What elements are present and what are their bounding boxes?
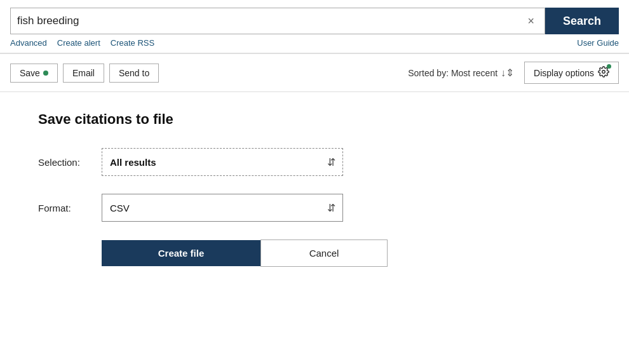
toolbar-right: Sorted by: Most recent ↓⇕ Display option… — [408, 62, 619, 84]
main-content: Save citations to file Selection: All re… — [0, 92, 629, 292]
selection-select[interactable]: All results Selected results — [102, 148, 343, 176]
save-button[interactable]: Save — [10, 64, 58, 83]
close-icon: × — [527, 15, 534, 27]
advanced-link[interactable]: Advanced — [10, 38, 47, 48]
save-label: Save — [20, 68, 40, 78]
search-input-wrapper: × — [10, 8, 545, 34]
email-button[interactable]: Email — [63, 64, 104, 83]
search-input-row: × Search — [10, 8, 619, 34]
create-rss-link[interactable]: Create RSS — [111, 38, 154, 48]
cancel-button[interactable]: Cancel — [260, 239, 388, 267]
gear-dot-badge-indicator — [607, 64, 611, 69]
search-button-label: Search — [563, 15, 601, 27]
format-label: Format: — [38, 203, 102, 213]
format-select[interactable]: CSV BibTeX RIS Plain text — [102, 194, 343, 222]
format-row: Format: CSV BibTeX RIS Plain text ⇵ — [38, 194, 591, 222]
sort-icon: ↓⇕ — [501, 67, 514, 79]
buttons-row: Create file Cancel — [102, 239, 591, 267]
search-links-left: Advanced Create alert Create RSS — [10, 38, 154, 48]
create-file-label: Create file — [158, 248, 205, 259]
toolbar-section: Save Email Send to Sorted by: Most recen… — [0, 54, 629, 92]
selection-label: Selection: — [38, 157, 102, 168]
page-title: Save citations to file — [38, 111, 591, 128]
display-options-button[interactable]: Display options — [524, 62, 619, 84]
search-button[interactable]: Search — [545, 8, 619, 34]
toolbar-left: Save Email Send to — [10, 64, 159, 83]
search-links-row: Advanced Create alert Create RSS User Gu… — [10, 34, 619, 53]
search-input[interactable] — [17, 15, 524, 27]
email-label: Email — [72, 68, 95, 78]
gear-icon-badge — [598, 66, 609, 79]
search-bar-section: × Search Advanced Create alert Create RS… — [0, 0, 629, 53]
format-select-wrapper: CSV BibTeX RIS Plain text ⇵ — [102, 194, 343, 222]
send-to-label: Send to — [119, 68, 149, 78]
sort-text: Sorted by: Most recent — [408, 68, 497, 78]
selection-row: Selection: All results Selected results … — [38, 148, 591, 176]
selection-select-wrapper: All results Selected results ⇵ — [102, 148, 343, 176]
clear-button[interactable]: × — [524, 15, 538, 28]
cancel-label: Cancel — [309, 248, 339, 259]
create-alert-link[interactable]: Create alert — [57, 38, 100, 48]
sort-label: Sorted by: Most recent ↓⇕ — [408, 67, 514, 79]
send-to-button[interactable]: Send to — [109, 64, 159, 83]
display-options-label: Display options — [534, 68, 594, 78]
save-dot-icon — [43, 71, 48, 76]
user-guide-link[interactable]: User Guide — [577, 38, 619, 48]
svg-point-0 — [602, 71, 605, 74]
create-file-button[interactable]: Create file — [102, 240, 260, 266]
